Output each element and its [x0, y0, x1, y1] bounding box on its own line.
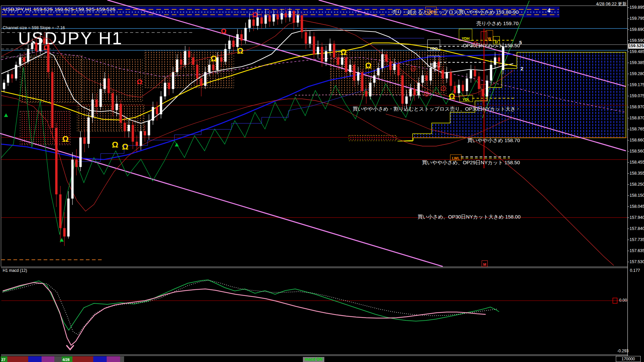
session-segment: 27 — [1, 356, 7, 362]
candle-body — [249, 19, 251, 28]
up-arrow-icon — [175, 143, 179, 146]
candle-body — [128, 125, 130, 131]
pivot-label-ydo[interactable]: YDO — [427, 40, 440, 51]
axis-price-label[interactable]: 159.485 — [630, 49, 644, 54]
axis-price-label[interactable]: 159.385 — [630, 60, 644, 65]
order-annotation[interactable]: 買いやや小さめ・割り込むとストップロス売り、OP30日NYカット大き・ — [353, 106, 521, 112]
axis-tick — [628, 129, 629, 129]
session-segment — [42, 356, 54, 362]
pivot-label-d[interactable]: D — [493, 36, 500, 44]
pivot-label-m[interactable]: M — [482, 260, 488, 267]
omega-marker-yellow: Ω — [210, 54, 217, 63]
up-arrow-icon — [4, 113, 8, 117]
candle-body — [301, 15, 303, 32]
pivot-label-lwh[interactable]: LWH — [425, 7, 437, 14]
axis-price-label[interactable]: 157.840 — [630, 226, 644, 231]
macd-indicator-label: H1 macd (12) — [3, 268, 27, 273]
candle-body — [309, 36, 311, 44]
axis-price-label[interactable]: 157.735 — [630, 237, 644, 242]
order-annotation[interactable]: 買いやや小さめ 158.70 — [467, 137, 520, 144]
candle-body — [31, 43, 34, 49]
candle-body — [232, 41, 235, 47]
order-annotation[interactable]: 売り・超えるとストップロス買いやや小さめ 159.80-90 — [392, 9, 519, 15]
candle-body — [136, 142, 138, 146]
axis-price-label[interactable]: 159.175 — [630, 82, 644, 87]
candle-body — [502, 46, 504, 70]
candle-body — [365, 91, 368, 97]
axis-price-label[interactable]: 157.530 — [630, 259, 644, 264]
axis-price-label[interactable]: 158.870 — [630, 116, 644, 120]
candle-body — [35, 43, 38, 51]
volume-counter-box: 170000 — [616, 356, 641, 362]
candle-body — [79, 137, 82, 167]
candle-body — [482, 89, 484, 97]
session-segment — [54, 356, 62, 362]
candle-body — [212, 65, 215, 70]
order-annotation[interactable]: OP30日NYカット 159.50 — [463, 43, 520, 49]
candle-body — [281, 13, 283, 19]
candle-body — [224, 49, 227, 62]
axis-tick — [628, 41, 629, 41]
omega-marker-red: Ω — [137, 78, 143, 85]
candle-body — [325, 51, 327, 61]
candle-body — [341, 57, 343, 65]
candle-body — [75, 160, 78, 167]
axis-price-label[interactable]: 158.355 — [630, 171, 644, 176]
candle-body — [345, 57, 347, 72]
candle-body — [277, 14, 279, 19]
axis-price-label[interactable]: 159.895 — [630, 5, 644, 10]
axis-price-label[interactable]: 158.660 — [630, 138, 644, 142]
wave-count-number: 5 — [519, 40, 522, 45]
axis-price-label[interactable]: 158.045 — [630, 204, 644, 209]
candle-body — [478, 76, 480, 89]
candle-body — [184, 51, 186, 65]
axis-price-label[interactable]: 157.635 — [630, 248, 644, 253]
axis-price-label[interactable]: 158.150 — [630, 193, 644, 198]
pivot-label-ydc[interactable]: YDC — [427, 56, 440, 67]
axis-price-label[interactable]: 159.795 — [630, 16, 644, 21]
candle-body — [389, 62, 392, 70]
axis-price-label[interactable]: 158.455 — [630, 160, 644, 165]
candle-body — [406, 97, 408, 104]
axis-price-label[interactable]: 159.075 — [630, 94, 644, 98]
axis-tick — [628, 29, 629, 30]
axis-price-label[interactable]: 159.280 — [630, 71, 644, 76]
candle-body — [88, 117, 90, 144]
axis-price-label[interactable]: 157.940 — [630, 215, 644, 220]
macd-toggle-button[interactable]: macd ON — [303, 357, 324, 362]
candle-body — [285, 13, 287, 17]
candle-body — [63, 228, 66, 236]
price-chart-canvas[interactable]: ΩΩΩΩΩΩΩΩΩΩΩΩ — [0, 0, 644, 362]
pivot-label-ydh[interactable]: YDH — [459, 29, 472, 41]
macd-green — [3, 280, 499, 330]
candle-body — [96, 100, 98, 107]
axis-price-label[interactable]: 158.560 — [630, 149, 644, 154]
axis-price-label[interactable]: 159.690 — [630, 27, 644, 32]
candle-body — [140, 131, 142, 146]
candle-body — [442, 70, 444, 78]
candle-body — [172, 72, 174, 89]
axis-price-label[interactable]: 158.765 — [630, 127, 644, 131]
axis-price-label[interactable]: 158.250 — [630, 182, 644, 187]
omega-marker-yellow: Ω — [365, 61, 371, 70]
candle-body — [200, 78, 203, 86]
candle-body — [108, 78, 110, 93]
pivot-label-ydl[interactable]: YDL — [460, 95, 473, 102]
candle-body — [418, 83, 420, 96]
macd-signal — [3, 280, 497, 335]
order-annotation[interactable]: 売り小さめ 159.70 — [476, 20, 519, 27]
pivot-label-w[interactable]: W — [486, 30, 493, 41]
trend-line[interactable] — [0, 133, 443, 266]
macd-scale-zero: 0.00 — [619, 298, 627, 303]
candle-body — [317, 47, 319, 54]
candle-body — [333, 44, 335, 57]
axis-price-label[interactable]: 159.590 — [630, 38, 644, 43]
order-annotation[interactable]: 買いやや小さめ、OP29日NYカット 158.50 — [422, 160, 520, 166]
pivot-label-lwl[interactable]: LWL — [450, 155, 462, 161]
order-annotation[interactable]: 買い小さめ、OP30日NYカット大きめ 158.00 — [418, 214, 521, 220]
candle-body — [269, 15, 271, 22]
candle-body — [446, 72, 448, 78]
axis-price-label[interactable]: 158.970 — [630, 105, 644, 109]
axis-tick — [628, 162, 629, 163]
channel-info-label[interactable]: Channel size = 598 Slope = -7.16 — [3, 25, 65, 30]
